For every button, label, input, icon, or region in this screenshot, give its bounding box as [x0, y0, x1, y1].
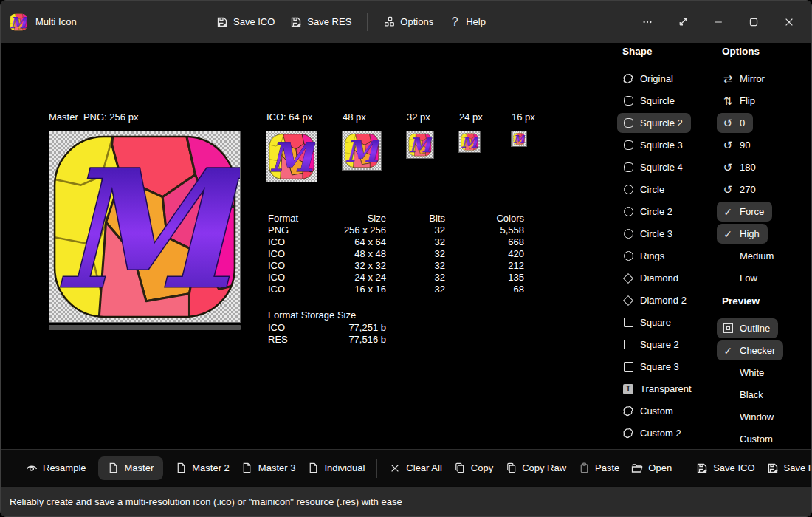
shape-item-circle-2[interactable]: Circle 2	[617, 202, 681, 222]
close-button[interactable]	[771, 7, 807, 37]
master-preview-image	[49, 131, 241, 323]
shape-item-diamond[interactable]: Diamond	[617, 268, 687, 288]
preview-checker[interactable]: ✓ Checker	[717, 340, 783, 360]
status-text: Reliably create and save a multi-resolut…	[10, 496, 402, 507]
resample-button[interactable]: Resample	[26, 462, 86, 474]
app-window: Multi Icon Save ICO S	[0, 0, 812, 517]
maximize-button[interactable]	[736, 7, 771, 37]
document-icon	[241, 462, 253, 474]
squircle-icon	[622, 95, 634, 107]
table-cell: 32	[386, 260, 445, 272]
preview-window[interactable]: Window	[717, 407, 782, 427]
clear-all-button[interactable]: Clear All	[389, 462, 441, 474]
option-quality-low[interactable]: Low	[717, 268, 765, 288]
table-cell: ICO	[268, 272, 311, 284]
option-force[interactable]: ✓ Force	[717, 202, 772, 222]
shape-item-rings[interactable]: Rings	[617, 246, 672, 266]
paste-button[interactable]: Paste	[578, 462, 619, 474]
shape-item-label: Original	[640, 73, 673, 84]
save-ico-button[interactable]: Save ICO	[696, 462, 754, 474]
preview-outline[interactable]: Outline	[717, 318, 778, 338]
shape-item-circle-3[interactable]: Circle 3	[617, 224, 681, 244]
ico-64-art	[268, 133, 315, 180]
individual-tab-label: Individual	[324, 462, 365, 473]
minimize-icon	[713, 17, 723, 27]
shape-item-label: Square 3	[640, 361, 679, 372]
option-rotate-0[interactable]: ↺ 0	[717, 113, 753, 133]
master-tab[interactable]: Master	[98, 456, 164, 480]
flip-icon: ⇅	[722, 95, 734, 107]
option-rotate-270[interactable]: ↺ 270	[717, 179, 764, 199]
individual-tab[interactable]: Individual	[307, 462, 365, 474]
content-area: Master PNG: 256 px ICO: 64 px 48 px 32 p…	[1, 43, 811, 449]
empty-icon	[722, 411, 734, 423]
preview-image-24	[458, 131, 481, 153]
shape-item-squircle-4[interactable]: Squircle 4	[617, 157, 691, 177]
empty-icon	[722, 273, 734, 284]
shape-item-squircle[interactable]: Squircle	[617, 91, 683, 111]
help-button[interactable]: ? Help	[449, 16, 486, 28]
rotate-icon: ↺	[722, 162, 734, 174]
option-label: Flip	[740, 95, 755, 106]
shape-item-squircle-3[interactable]: Squircle 3	[617, 135, 691, 155]
master-3-tab[interactable]: Master 3	[241, 462, 296, 474]
resample-label: Resample	[43, 462, 86, 473]
expand-icon	[678, 16, 689, 27]
shape-item-label: Squircle 3	[640, 140, 683, 151]
titlebar-save-ico-button[interactable]: Save ICO	[216, 16, 275, 28]
option-flip[interactable]: ⇅ Flip	[717, 91, 763, 111]
preview-label-32: 32 px	[407, 112, 430, 123]
table-cell: ICO	[268, 284, 311, 295]
shape-item-transparent[interactable]: T Transparent	[617, 379, 700, 399]
shape-item-square-3[interactable]: Square 3	[617, 357, 687, 377]
master-2-tab[interactable]: Master 2	[175, 462, 230, 474]
option-rotate-180[interactable]: ↺ 180	[717, 157, 764, 177]
shape-item-diamond-2[interactable]: Diamond 2	[617, 290, 695, 310]
shape-item-label: Custom 2	[640, 428, 681, 439]
preview-image-16	[511, 131, 527, 147]
shape-item-original[interactable]: Original	[617, 69, 681, 89]
preview-black[interactable]: Black	[717, 385, 771, 405]
shape-item-circle[interactable]: Circle	[617, 179, 672, 199]
more-button[interactable]	[630, 7, 665, 37]
ico-24-art	[461, 133, 478, 151]
titlebar-save-res-button[interactable]: Save RES	[290, 16, 351, 28]
empty-icon	[722, 434, 734, 445]
preview-item-label: Outline	[740, 323, 770, 334]
option-quality-high[interactable]: ✓ High	[717, 224, 768, 244]
shape-item-custom[interactable]: Custom	[617, 401, 681, 421]
size-header: Size	[311, 213, 386, 225]
option-mirror[interactable]: ⇄ Mirror	[717, 69, 773, 89]
shape-item-square[interactable]: Square	[617, 312, 679, 332]
option-label: Low	[740, 273, 757, 284]
option-quality-medium[interactable]: Medium	[717, 246, 782, 266]
master-3-tab-label: Master 3	[258, 462, 296, 473]
shape-item-square-2[interactable]: Square 2	[617, 335, 687, 355]
preview-item-label: Custom	[740, 434, 773, 445]
copy-raw-button[interactable]: Copy Raw	[505, 462, 566, 474]
format-table: Format Size Bits Colors PNG 256 x 256 32…	[268, 213, 524, 295]
options-button[interactable]: Options	[383, 16, 433, 28]
paste-icon	[578, 462, 590, 474]
app-title: Multi Icon	[35, 16, 77, 27]
table-cell: 135	[445, 272, 524, 284]
table-cell: 32	[386, 225, 445, 236]
open-button[interactable]: Open	[631, 462, 672, 474]
option-rotate-90[interactable]: ↺ 90	[717, 135, 758, 155]
preview-custom[interactable]: Custom	[717, 429, 781, 449]
preview-white[interactable]: White	[717, 363, 772, 383]
squircle-icon	[622, 162, 634, 174]
copy-icon	[454, 462, 466, 474]
preview-item-label: White	[740, 367, 764, 378]
shape-item-custom-2[interactable]: Custom 2	[617, 423, 689, 443]
shape-item-label: Square	[640, 317, 671, 328]
save-res-button[interactable]: Save RES	[767, 462, 812, 474]
master-icon-art	[49, 131, 240, 322]
expand-button[interactable]	[665, 7, 701, 37]
copy-button[interactable]: Copy	[454, 462, 493, 474]
master-slider[interactable]	[49, 325, 241, 330]
shape-item-squircle-2[interactable]: Squircle 2	[617, 113, 691, 133]
option-label: Mirror	[740, 73, 765, 84]
minimize-button[interactable]	[701, 7, 736, 37]
options-panel-title: Options	[722, 46, 782, 62]
